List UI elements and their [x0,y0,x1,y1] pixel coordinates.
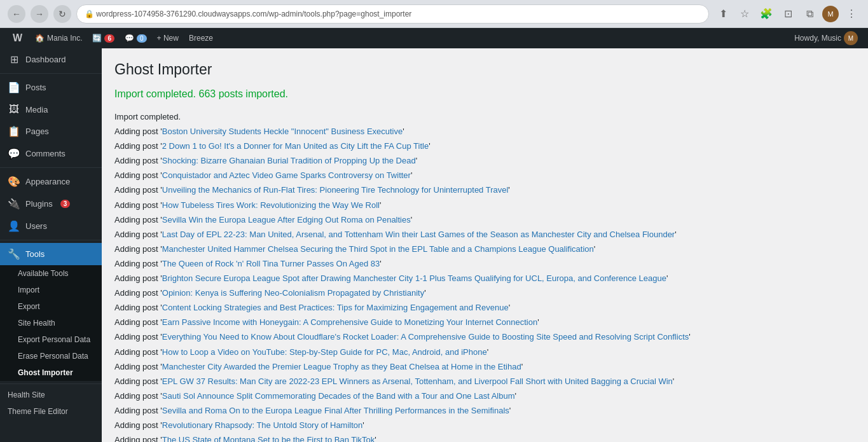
post-title-link[interactable]: Manchester United Hammer Chelsea Securin… [162,244,594,254]
post-title-link[interactable]: How Tubeless Tires Work: Revolutionizing… [162,200,380,210]
import-completed-text: Import completed. [114,110,855,124]
browser-actions: ⬆ ☆ 🧩 ⊡ ⧉ M ⋮ [714,5,860,23]
sidebar-sub-erase-personal-data[interactable]: Erase Personal Data [0,348,102,364]
log-entry: Adding post 'The Queen of Rock 'n' Roll … [114,257,855,271]
sidebar-item-appearance[interactable]: 🎨 Appearance [0,170,102,193]
admin-bar-new[interactable]: + New [152,28,184,48]
howdy-text: Howdy, Music [794,34,841,43]
log-entry: Adding post 'How Tubeless Tires Work: Re… [114,198,855,212]
sidebar-item-pages[interactable]: 📋 Pages [0,120,102,142]
admin-bar-breeze[interactable]: Breeze [184,28,218,48]
tab-button[interactable]: ⊡ [779,5,797,23]
post-title-link[interactable]: Boston University Students Heckle "Innoc… [162,127,403,136]
wp-admin-bar: W 🏠 Mania Inc. 🔄 6 💬 0 + New Breeze Howd… [0,28,868,48]
sidebar-item-posts[interactable]: 📄 Posts [0,76,102,99]
post-title-link[interactable]: Opinion: Kenya is Suffering Neo-Colonial… [162,288,424,298]
back-button[interactable]: ← [8,5,25,23]
sidebar-label-comments: Comments [25,149,65,158]
log-entry: Adding post 'Sevilla Win the Europa Leag… [114,213,855,227]
comments-menu-icon: 💬 [8,148,20,160]
admin-bar-right: Howdy, Music M [789,28,863,48]
post-title-link[interactable]: Last Day of EPL 22-23: Man United, Arsen… [162,230,675,239]
sidebar-item-tools[interactable]: 🔧 Tools [0,243,102,265]
post-title-link[interactable]: Sevilla Win the Europa League After Edgi… [162,215,411,224]
admin-bar-home[interactable]: 🏠 Mania Inc. [30,28,87,48]
admin-bar-updates[interactable]: 🔄 6 [87,28,120,48]
sidebar-sub-site-health[interactable]: Site Health [0,315,102,331]
sidebar-divider-3 [0,240,102,240]
tools-submenu: Available Tools Import Export Site Healt… [0,265,102,381]
sidebar-label-dashboard: Dashboard [25,55,66,64]
log-entry: Adding post 'Unveiling the Mechanics of … [114,183,855,197]
refresh-button[interactable]: ↻ [53,5,71,23]
bookmark-button[interactable]: ☆ [736,5,754,23]
post-title-link[interactable]: The Queen of Rock 'n' Roll Tina Turner P… [162,259,380,268]
post-title-link[interactable]: Sauti Sol Announce Split Commemorating D… [162,391,515,401]
post-title-link[interactable]: The US State of Montana Set to be the Fi… [162,435,375,442]
breeze-label: Breeze [189,34,213,43]
admin-bar-howdy[interactable]: Howdy, Music M [789,28,863,48]
comments-icon: 💬 [125,34,134,43]
log-entry: Adding post 'Manchester City Awarded the… [114,360,855,374]
home-icon: 🏠 [35,34,45,43]
media-icon: 🖼 [8,104,20,115]
admin-avatar[interactable]: M [844,31,858,45]
log-entry: Adding post 'Sauti Sol Announce Split Co… [114,389,855,403]
log-entry: Adding post 'How to Loop a Video on YouT… [114,345,855,359]
sidebar-sub-ghost-importer[interactable]: Ghost Importer [0,364,102,381]
plugins-icon: 🔌 [8,198,20,210]
log-entry: Adding post 'Earn Passive Income with Ho… [114,315,855,329]
log-entry: Adding post 'The US State of Montana Set… [114,433,855,442]
wp-sidebar: ⊞ Dashboard 📄 Posts 🖼 Media 📋 Pages 💬 Co… [0,48,102,442]
post-title-link[interactable]: Content Locking Strategies and Best Prac… [162,303,509,312]
sidebar-sub-export-personal-data[interactable]: Export Personal Data [0,331,102,348]
sidebar-item-comments[interactable]: 💬 Comments [0,142,102,165]
post-title-link[interactable]: Everything You Need to Know About Cloudf… [162,332,689,342]
post-title-link[interactable]: Manchester City Awarded the Premier Leag… [162,362,521,371]
post-title-link[interactable]: 2 Down 1 to Go! It's a Donner for Man Un… [162,141,429,151]
post-title-link[interactable]: Unveiling the Mechanics of Run-Flat Tire… [162,185,509,195]
log-entry: Adding post 'Everything You Need to Know… [114,330,855,344]
sidebar-item-dashboard[interactable]: ⊞ Dashboard [0,48,102,71]
sidebar-item-plugins[interactable]: 🔌 Plugins 3 [0,193,102,215]
post-title-link[interactable]: Earn Passive Income with Honeygain: A Co… [162,317,537,327]
url-bar[interactable]: 🔒 wordpress-1074958-3761290.cloudwaysapp… [76,4,709,24]
log-entry: Adding post '2 Down 1 to Go! It's a Donn… [114,139,855,153]
appearance-icon: 🎨 [8,176,20,188]
sidebar-sub-export[interactable]: Export [0,298,102,315]
post-title-link[interactable]: Shocking: Bizarre Ghanaian Burial Tradit… [162,156,416,165]
log-entry: Adding post 'Content Locking Strategies … [114,301,855,315]
sidebar-item-users[interactable]: 👤 Users [0,215,102,237]
log-entry: Adding post 'Conquistador and Aztec Vide… [114,169,855,183]
log-entry: Adding post 'EPL GW 37 Results: Man City… [114,375,855,389]
log-entries-container: Adding post 'Boston University Students … [114,125,855,442]
sidebar-health-site[interactable]: Health Site [0,387,102,403]
post-title-link[interactable]: EPL GW 37 Results: Man City are 2022-23 … [162,376,673,386]
wp-logo-item[interactable]: W [5,27,30,49]
log-entry: Adding post 'Manchester United Hammer Ch… [114,242,855,256]
sidebar-theme-file-editor[interactable]: Theme File Editor [0,403,102,420]
menu-button[interactable]: ⋮ [843,5,860,23]
admin-bar-comments[interactable]: 💬 0 [120,28,152,48]
sidebar-divider-2 [0,167,102,168]
post-title-link[interactable]: Revolutionary Rhapsody: The Untold Story… [162,420,363,430]
sidebar-divider-4 [0,383,102,384]
pages-icon: 📋 [8,125,20,137]
log-entry: Adding post 'Sevilla and Roma On to the … [114,404,855,418]
sidebar-sub-available-tools[interactable]: Available Tools [0,265,102,282]
post-title-link[interactable]: Conquistador and Aztec Video Game Sparks… [162,170,411,180]
post-title-link[interactable]: How to Loop a Video on YouTube: Step-by-… [162,347,487,357]
browser-chrome: ← → ↻ 🔒 wordpress-1074958-3761290.cloudw… [0,0,868,28]
post-title-link[interactable]: Sevilla and Roma On to the Europa League… [162,406,509,415]
updates-badge: 6 [104,34,114,43]
share-button[interactable]: ⬆ [714,5,732,23]
profile-avatar[interactable]: M [822,6,839,22]
forward-button[interactable]: → [31,5,48,23]
sidebar-label-users: Users [25,221,47,231]
sidebar-item-media[interactable]: 🖼 Media [0,99,102,120]
split-button[interactable]: ⧉ [801,5,818,23]
extensions-button[interactable]: 🧩 [757,5,775,23]
log-entry: Adding post 'Shocking: Bizarre Ghanaian … [114,154,855,168]
post-title-link[interactable]: Brighton Secure Europa League Spot after… [162,273,666,283]
sidebar-sub-import[interactable]: Import [0,282,102,298]
